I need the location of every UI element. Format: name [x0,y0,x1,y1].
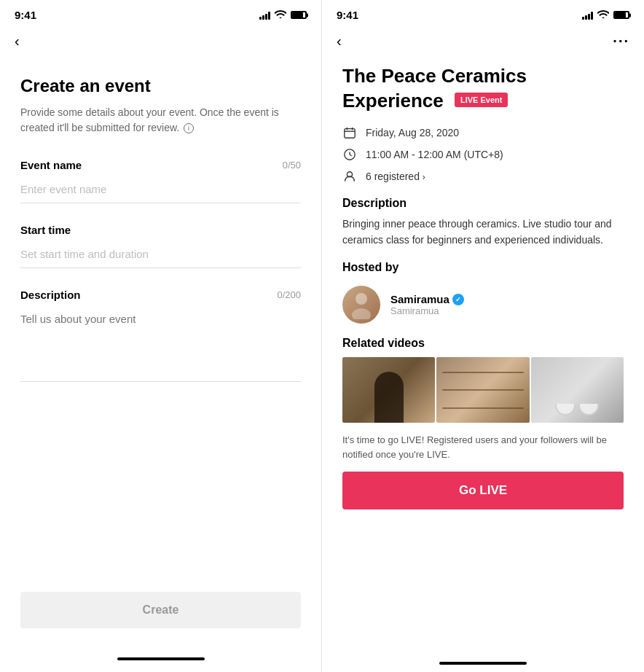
hosted-by-title: Hosted by [342,261,624,274]
related-videos-title: Related videos [342,337,624,350]
registered-count[interactable]: 6 registered › [366,171,425,182]
status-bar-1: 9:41 [0,0,321,27]
description-section-title: Description [342,197,624,210]
wifi-icon-2 [597,9,609,20]
wifi-icon-1 [275,9,286,20]
event-meta: Friday, Aug 28, 2020 11:00 AM - 12:00 AM… [342,125,624,184]
go-live-section: It's time to go LIVE! Registered users a… [342,433,624,515]
host-card[interactable]: Samiramua ✓ Samiramua [342,286,624,324]
start-time-label: Start time [20,224,71,236]
svg-point-8 [356,293,367,305]
status-icons-1 [259,9,307,20]
create-btn-container: Create [0,577,321,650]
status-time-2: 9:41 [337,9,358,21]
event-name-label: Event name [20,159,82,171]
host-avatar-image [342,286,380,324]
clock-icon [342,147,357,162]
nav-bar-2: ‹ ··· [322,27,644,58]
verified-icon: ✓ [452,294,464,305]
svg-rect-0 [345,128,355,138]
person-icon [342,169,357,184]
event-detail-screen: 9:41 ‹ ··· [322,0,644,672]
event-time: 11:00 AM - 12:00 AM (UTC+8) [366,149,503,160]
start-time-field: Start time [20,224,301,268]
bowl-1 [555,404,576,415]
create-event-content: Create an event Provide some details abo… [0,58,321,577]
create-event-screen: 9:41 ‹ Create an event [0,0,322,672]
home-indicator-2 [322,652,644,672]
host-name: Samiramua ✓ [390,293,464,305]
time-meta: 11:00 AM - 12:00 AM (UTC+8) [342,147,624,162]
description-field: Description 0/200 [20,289,301,385]
event-title-line2: Experience [342,90,444,112]
description-header: Description 0/200 [20,289,301,301]
more-button[interactable]: ··· [613,33,629,50]
description-label: Description [20,289,81,301]
home-indicator-1 [0,650,321,672]
svg-line-6 [350,155,352,156]
info-icon[interactable]: i [184,123,194,133]
event-name-field: Event name 0/50 [20,159,301,203]
video-thumb-3[interactable] [531,357,624,423]
bowl-shapes [555,404,599,415]
event-name-counter: 0/50 [283,160,301,171]
svg-point-9 [352,308,371,319]
related-videos-container [342,357,624,423]
live-badge: LIVE Event [455,93,508,107]
status-time-1: 9:41 [15,9,36,21]
host-info: Samiramua ✓ Samiramua [390,293,464,316]
bowl-2 [578,404,599,415]
registered-meta[interactable]: 6 registered › [342,169,624,184]
video-thumb-2[interactable] [436,357,529,423]
description-input[interactable] [20,308,301,382]
event-title-line1: The Peace Ceramics [342,65,527,87]
description-counter: 0/200 [277,289,301,300]
status-bar-2: 9:41 [322,0,644,27]
event-name-input[interactable] [20,179,301,203]
host-avatar [342,286,380,324]
back-button-2[interactable]: ‹ [337,33,342,50]
create-subtitle: Provide some details about your event. O… [20,105,301,136]
event-detail-content: The Peace Ceramics Experience LIVE Event [322,58,644,652]
status-icons-2 [582,9,629,20]
start-time-input[interactable] [20,243,301,268]
go-live-notice: It's time to go LIVE! Registered users a… [342,433,624,461]
hosted-by-section: Samiramua ✓ Samiramua [342,286,624,324]
battery-icon-1 [291,11,307,19]
start-time-header: Start time [20,224,301,236]
shelf-lines [436,357,529,423]
home-bar-1 [117,657,205,660]
event-title: The Peace Ceramics Experience LIVE Event [342,64,624,114]
date-meta: Friday, Aug 28, 2020 [342,125,624,140]
event-description: Bringing inner peace through ceramics. L… [342,216,624,249]
back-button-1[interactable]: ‹ [15,33,20,50]
create-button[interactable]: Create [20,592,301,628]
person-silhouette [374,372,404,423]
calendar-icon [342,125,357,140]
registered-chevron: › [423,172,425,182]
go-live-button[interactable]: Go LIVE [342,472,624,509]
event-date: Friday, Aug 28, 2020 [366,127,459,138]
host-username: Samiramua [390,305,464,316]
signal-icon-1 [259,11,270,20]
nav-bar-1: ‹ [0,27,321,58]
event-name-header: Event name 0/50 [20,159,301,171]
battery-icon-2 [613,11,629,19]
home-bar-2 [439,662,527,665]
signal-icon-2 [582,11,593,20]
create-title: Create an event [20,76,301,96]
video-thumb-1[interactable] [342,357,435,423]
